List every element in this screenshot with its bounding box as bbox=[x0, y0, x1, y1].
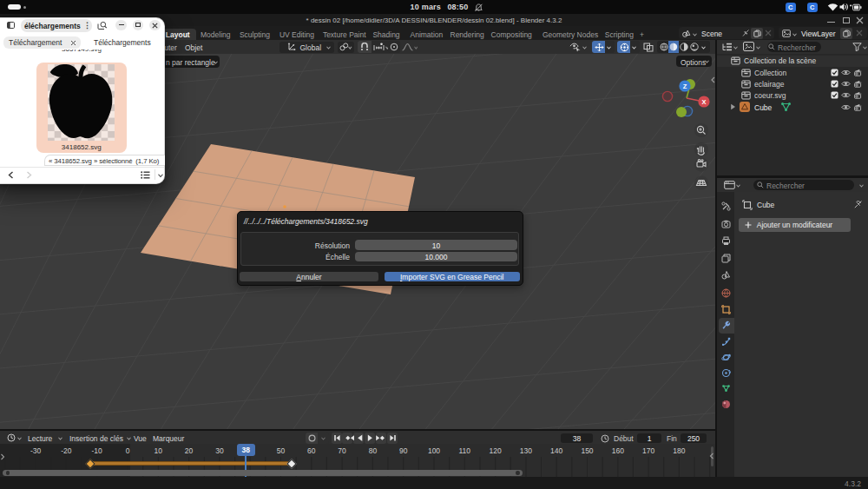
svg-text:X: X bbox=[701, 98, 706, 106]
svg-text:Z: Z bbox=[683, 83, 687, 90]
